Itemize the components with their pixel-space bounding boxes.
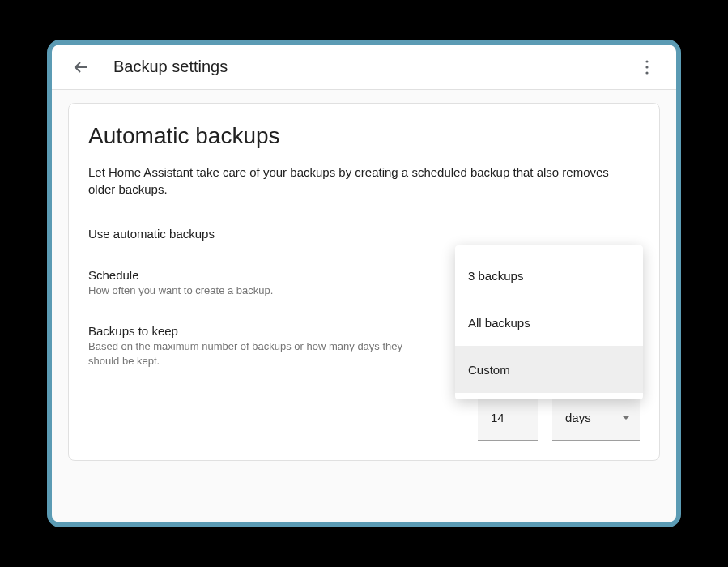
retention-unit-select[interactable]: days [552,395,640,441]
card-title: Automatic backups [88,123,640,149]
retention-count-input[interactable]: 14 [478,395,538,441]
use-automatic-label: Use automatic backups [88,227,620,241]
chevron-down-icon [622,416,630,420]
dropdown-option-all-backups[interactable]: All backups [455,299,643,346]
retention-count-value: 14 [491,411,504,424]
app-window: Backup settings Automatic backups Let Ho… [47,40,681,527]
svg-point-0 [645,60,648,62]
back-button[interactable] [65,51,97,83]
dropdown-option-3-backups[interactable]: 3 backups [455,252,643,299]
content-area: Automatic backups Let Home Assistant tak… [52,90,676,522]
page-title: Backup settings [113,58,631,76]
svg-point-2 [645,71,648,74]
more-menu-button[interactable] [631,51,663,83]
dots-vertical-icon [637,58,657,77]
app-header: Backup settings [52,45,676,90]
backups-to-keep-label: Backups to keep [88,324,436,338]
card-description: Let Home Assistant take care of your bac… [88,164,623,198]
row-use-automatic: Use automatic backups [88,227,640,242]
svg-point-1 [645,66,648,68]
backups-to-keep-sublabel: Based on the maximum number of backups o… [88,339,436,369]
arrow-left-icon [71,58,91,77]
dropdown-option-custom[interactable]: Custom [455,346,643,393]
custom-retention-inputs: 14 days [88,395,640,441]
retention-unit-value: days [565,411,591,424]
automatic-backups-card: Automatic backups Let Home Assistant tak… [68,103,660,461]
backups-to-keep-dropdown: 3 backups All backups Custom [455,245,643,399]
